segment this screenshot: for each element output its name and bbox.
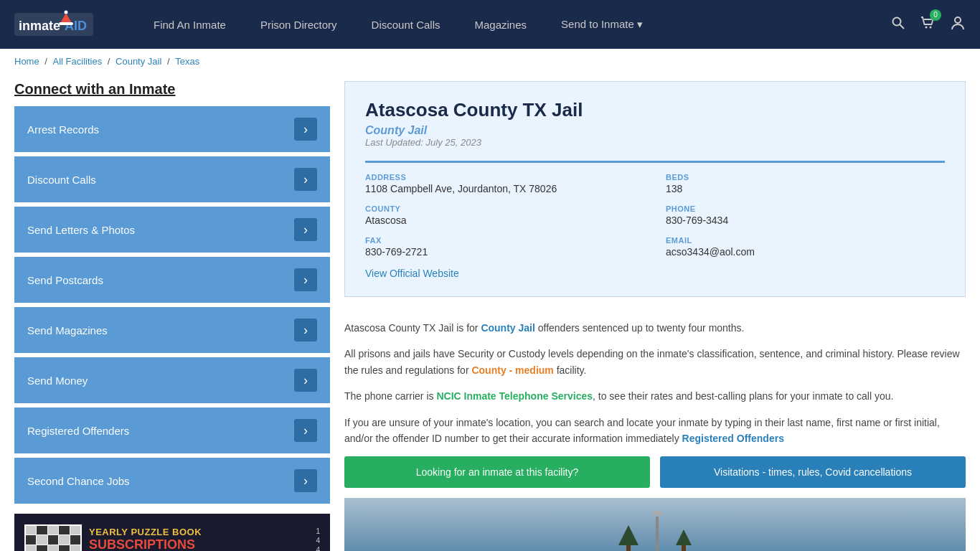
sidebar-btn-send-magazines[interactable]: Send Magazines › xyxy=(14,307,330,353)
svg-point-9 xyxy=(930,26,932,28)
content-area: Atascosa County TX Jail County Jail Last… xyxy=(344,81,966,551)
facility-updated: Last Updated: July 25, 2023 xyxy=(365,137,945,148)
sidebar-btn-send-postcards[interactable]: Send Postcards › xyxy=(14,257,330,303)
county-label: COUNTY xyxy=(365,204,644,213)
arrow-icon: › xyxy=(294,319,317,342)
svg-text:inmate: inmate xyxy=(19,19,60,33)
phone-value: 830-769-3434 xyxy=(666,215,945,226)
desc-p2: All prisons and jails have Security or C… xyxy=(344,346,966,378)
breadcrumb-all-facilities[interactable]: All Facilities xyxy=(53,56,103,67)
beds-block: BEDS 138 xyxy=(666,173,945,194)
fax-value: 830-769-2721 xyxy=(365,246,644,258)
address-value: 1108 Campbell Ave, Jourdanton, TX 78026 xyxy=(365,183,644,194)
ad-text: YEARLY PUZZLE BOOK SUBSCRIPTIONS STARTIN… xyxy=(89,527,308,551)
svg-point-5 xyxy=(65,11,68,14)
arrow-icon: › xyxy=(294,118,317,141)
visitations-button[interactable]: Visitations - times, rules, Covid cancel… xyxy=(660,456,966,488)
desc-p3: The phone carrier is NCIC Inmate Telepho… xyxy=(344,388,966,404)
nav-magazines[interactable]: Magazines xyxy=(457,0,544,49)
tree-1 xyxy=(618,525,639,551)
address-block: ADDRESS 1108 Campbell Ave, Jourdanton, T… xyxy=(365,173,644,194)
search-icon[interactable] xyxy=(891,16,905,34)
arrow-icon: › xyxy=(294,469,317,492)
breadcrumb-county-jail[interactable]: County Jail xyxy=(116,56,161,67)
address-label: ADDRESS xyxy=(365,173,644,182)
facility-type: County Jail xyxy=(365,124,945,137)
info-divider xyxy=(365,161,945,163)
registered-offenders-link[interactable]: Registered Offenders xyxy=(682,433,784,444)
arrow-icon: › xyxy=(294,369,317,392)
facility-card: Atascosa County TX Jail County Jail Last… xyxy=(344,81,966,297)
email-block: EMAIL acso3434@aol.com xyxy=(666,236,945,258)
county-medium-link[interactable]: County - medium xyxy=(471,364,553,376)
ad-crossword-image xyxy=(24,524,82,551)
sidebar-title: Connect with an Inmate xyxy=(14,81,330,98)
header-actions: 0 xyxy=(891,15,966,34)
svg-point-10 xyxy=(955,17,961,23)
county-value: Atascosa xyxy=(365,215,644,226)
nav-send-to-inmate[interactable]: Send to Inmate ▾ xyxy=(544,0,660,49)
county-jail-link[interactable]: County Jail xyxy=(481,322,534,334)
svg-rect-4 xyxy=(59,22,73,25)
desc-p4: If you are unsure of your inmate's locat… xyxy=(344,415,966,447)
ad-numbers: 14451 xyxy=(316,527,320,552)
arrow-icon: › xyxy=(294,218,317,241)
sidebar-btn-send-money[interactable]: Send Money › xyxy=(14,357,330,403)
sidebar-btn-arrest-records[interactable]: Arrest Records › xyxy=(14,106,330,152)
arrow-icon: › xyxy=(294,268,317,291)
svg-line-7 xyxy=(900,24,904,29)
ncic-link[interactable]: NCIC Inmate Telephone Services xyxy=(436,390,593,402)
sidebar-btn-registered-offenders[interactable]: Registered Offenders › xyxy=(14,408,330,453)
cart-icon[interactable]: 0 xyxy=(920,15,936,34)
facility-name: Atascosa County TX Jail xyxy=(365,99,945,121)
lamp-pole xyxy=(653,511,661,551)
official-website-link[interactable]: View Official Website xyxy=(365,268,459,279)
info-grid: ADDRESS 1108 Campbell Ave, Jourdanton, T… xyxy=(365,173,945,258)
beds-label: BEDS xyxy=(666,173,945,182)
desc-p1: Atascosa County TX Jail is for County Ja… xyxy=(344,320,966,336)
sidebar-btn-send-letters[interactable]: Send Letters & Photos › xyxy=(14,207,330,253)
facility-photo xyxy=(344,498,966,551)
find-inmate-button[interactable]: Looking for an inmate at this facility? xyxy=(344,456,650,488)
photo-placeholder xyxy=(344,498,966,551)
email-value: acso3434@aol.com xyxy=(666,246,945,258)
arrow-icon: › xyxy=(294,419,317,442)
arrow-icon: › xyxy=(294,168,317,191)
sidebar-btn-second-chance-jobs[interactable]: Second Chance Jobs › xyxy=(14,458,330,504)
main-nav: Find An Inmate Prison Directory Discount… xyxy=(136,0,891,49)
description: Atascosa County TX Jail is for County Ja… xyxy=(344,309,966,446)
nav-prison-directory[interactable]: Prison Directory xyxy=(243,0,354,49)
breadcrumb-state[interactable]: Texas xyxy=(175,56,199,67)
svg-point-6 xyxy=(893,17,901,25)
phone-block: PHONE 830-769-3434 xyxy=(666,204,945,226)
user-icon[interactable] xyxy=(950,15,966,34)
ad-banner[interactable]: YEARLY PUZZLE BOOK SUBSCRIPTIONS STARTIN… xyxy=(14,514,330,551)
sidebar-btn-discount-calls[interactable]: Discount Calls › xyxy=(14,156,330,202)
phone-label: PHONE xyxy=(666,204,945,213)
main-layout: Connect with an Inmate Arrest Records › … xyxy=(0,74,980,551)
county-block: COUNTY Atascosa xyxy=(365,204,644,226)
sidebar: Connect with an Inmate Arrest Records › … xyxy=(14,81,330,551)
tree-silhouette xyxy=(618,511,692,551)
logo[interactable]: inmate AID xyxy=(14,10,115,39)
tree-2 xyxy=(676,529,692,551)
cta-row: Looking for an inmate at this facility? … xyxy=(344,456,966,488)
email-label: EMAIL xyxy=(666,236,945,245)
fax-label: FAX xyxy=(365,236,644,245)
svg-point-8 xyxy=(925,26,928,28)
header: inmate AID Find An Inmate Prison Directo… xyxy=(0,0,980,49)
nav-discount-calls[interactable]: Discount Calls xyxy=(354,0,458,49)
beds-value: 138 xyxy=(666,183,945,194)
breadcrumb: Home / All Facilities / County Jail / Te… xyxy=(0,49,980,74)
fax-block: FAX 830-769-2721 xyxy=(365,236,644,258)
nav-find-inmate[interactable]: Find An Inmate xyxy=(136,0,243,49)
breadcrumb-home[interactable]: Home xyxy=(14,56,39,67)
cart-badge: 0 xyxy=(930,9,941,21)
